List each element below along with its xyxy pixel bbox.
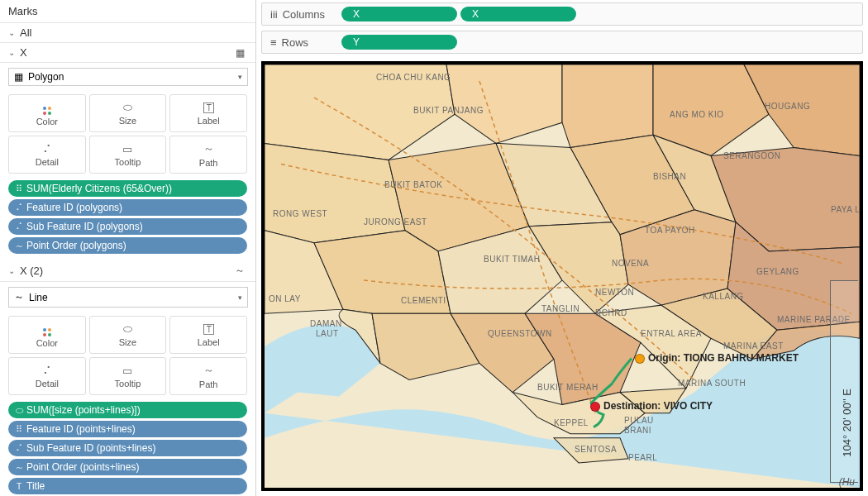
map-credit: (Hu — [839, 476, 855, 488]
chevron-down-icon: ⌄ — [8, 48, 20, 57]
region-label: SENTOSA — [575, 445, 617, 454]
color-card[interactable]: Color — [8, 94, 86, 132]
region-label: BUKIT TIMAH — [484, 255, 540, 264]
pill-glyph-icon: ～ — [12, 240, 26, 252]
region-label: RCHRD — [595, 308, 627, 317]
region-label: BISHAN — [653, 172, 686, 181]
region-label: BRANI — [624, 426, 651, 435]
region-label: PEARL — [628, 453, 657, 462]
destination-label: Destination: VIVO CITY — [603, 400, 713, 412]
path-card[interactable]: ～Path — [169, 136, 247, 174]
destination-marker[interactable] — [590, 402, 600, 412]
field-pill[interactable]: ⬭SUM([size (points+lines)]) — [8, 402, 247, 418]
region-label: MARINA SOUTH — [678, 379, 746, 388]
section-all[interactable]: ⌄ All — [0, 23, 255, 43]
detail-card[interactable]: ⠌Detail — [8, 136, 86, 174]
pill-glyph-icon: ⠌ — [12, 222, 26, 232]
detail-card[interactable]: ⠌Detail — [8, 357, 86, 395]
rows-icon: ≡ — [270, 36, 277, 49]
region-label: HOUGANG — [765, 102, 810, 111]
path-icon: ～ — [203, 141, 214, 156]
shelf-pill[interactable]: X — [460, 7, 576, 21]
region-label: GEYLANG — [756, 267, 799, 276]
marks-panel: Marks ⌄ All ⌄ X ▦ ▦ Polygon ▾ Color ⬭Siz… — [0, 0, 256, 496]
worksheet-area: iiiColumns XX ≡Rows Y — [256, 0, 868, 496]
field-pill[interactable]: ～Point Order (polygons) — [8, 237, 247, 254]
section-x2[interactable]: ⌄ X (2) ～ — [0, 260, 255, 282]
pill-glyph-icon: ⠌ — [12, 443, 26, 454]
line-icon: ～ — [14, 290, 24, 304]
rows-pills: Y — [336, 35, 862, 50]
tooltip-card[interactable]: ▭Tooltip — [89, 357, 167, 395]
polygon-icon: ▦ — [232, 47, 247, 59]
mark-type-select-x2[interactable]: ～ Line ▾ — [8, 287, 248, 308]
pill-text: SUM(Elderly Citizens (65&Over)) — [26, 183, 172, 194]
region-label: SERANGOON — [723, 151, 781, 160]
rows-shelf[interactable]: ≡Rows Y — [261, 31, 863, 54]
region-label: CLEMENTI — [401, 296, 446, 305]
region-label: NOVENA — [612, 259, 649, 268]
pill-text: Feature ID (points+lines) — [26, 423, 136, 435]
pill-glyph-icon: ～ — [12, 461, 26, 474]
size-icon: ⬭ — [123, 322, 132, 336]
section-x[interactable]: ⌄ X ▦ — [0, 43, 255, 63]
chevron-down-icon: ⌄ — [8, 266, 20, 275]
size-card[interactable]: ⬭Size — [89, 316, 167, 354]
shelf-pill[interactable]: X — [341, 7, 457, 21]
field-pill[interactable]: ⠿Feature ID (points+lines) — [8, 421, 247, 437]
field-pill[interactable]: TTitle — [8, 478, 247, 494]
color-icon — [43, 100, 51, 115]
field-pill[interactable]: ～Point Order (points+lines) — [8, 459, 247, 475]
field-pill[interactable]: ⠌Sub Feature ID (points+lines) — [8, 440, 247, 456]
region-label: BUKIT BATOK — [384, 180, 443, 189]
size-card[interactable]: ⬭Size — [89, 94, 167, 132]
color-card[interactable]: Color — [8, 316, 86, 354]
field-pill[interactable]: ⠿SUM(Elderly Citizens (65&Over)) — [8, 180, 247, 197]
chevron-down-icon: ▾ — [238, 293, 242, 302]
detail-icon: ⠌ — [43, 365, 51, 377]
origin-marker[interactable] — [635, 354, 645, 364]
region-label: KEPPEL — [554, 418, 589, 427]
pill-glyph-icon: ⬭ — [12, 405, 26, 416]
region-label: LAUT — [316, 329, 339, 338]
region-label: TOA PAYOH — [645, 226, 695, 235]
shelf-pill[interactable]: Y — [341, 35, 457, 50]
region-label: MARINA EAST — [723, 341, 784, 351]
path-icon: ～ — [203, 363, 214, 378]
pill-text: SUM([size (points+lines)]) — [26, 404, 141, 416]
region-label: BUKIT MERAH — [537, 383, 599, 392]
region-label: TANGLIN — [541, 304, 579, 313]
tooltip-icon: ▭ — [122, 143, 132, 155]
map-viz[interactable]: CHOA CHU KANGBUKIT PANJANGANG MO KIOHOUG… — [261, 61, 863, 491]
pill-glyph-icon: ⠌ — [12, 203, 26, 213]
region-label: PULAU — [624, 416, 654, 425]
label-card[interactable]: 🅃Label — [169, 94, 247, 132]
label-card[interactable]: 🅃Label — [169, 316, 247, 354]
path-card[interactable]: ～Path — [169, 357, 247, 395]
columns-shelf[interactable]: iiiColumns XX — [261, 2, 863, 26]
line-icon: ～ — [232, 264, 247, 278]
region-label: JURONG EAST — [364, 217, 427, 227]
tooltip-icon: ▭ — [122, 365, 132, 377]
region-label: QUEENSTOWN — [488, 329, 552, 338]
pill-text: Sub Feature ID (polygons) — [26, 221, 143, 232]
mark-type-select-x[interactable]: ▦ Polygon ▾ — [8, 68, 248, 86]
coord-label: 104° 20' 00'' E — [841, 389, 853, 457]
pill-list-x: ⠿SUM(Elderly Citizens (65&Over))⠌Feature… — [0, 177, 255, 260]
pill-text: Title — [26, 480, 45, 492]
region-label: NEWTON — [595, 288, 634, 297]
origin-label: Origin: TIONG BAHRU MARKET — [648, 352, 799, 364]
field-pill[interactable]: ⠌Feature ID (polygons) — [8, 199, 247, 216]
tooltip-card[interactable]: ▭Tooltip — [89, 136, 167, 174]
detail-icon: ⠌ — [43, 143, 51, 155]
region-label: ON LAY — [269, 294, 301, 303]
region-label: CHOA CHU KANG — [376, 73, 451, 82]
columns-icon: iii — [270, 8, 278, 21]
pill-glyph-icon: T — [12, 481, 26, 491]
pill-list-x2: ⬭SUM([size (points+lines)])⠿Feature ID (… — [0, 398, 255, 496]
label-icon: 🅃 — [203, 102, 214, 114]
field-pill[interactable]: ⠌Sub Feature ID (polygons) — [8, 218, 247, 235]
polygon-icon: ▦ — [14, 71, 23, 83]
region-label: PAYA LEBAR — [831, 205, 863, 214]
region-label: ANG MO KIO — [670, 110, 724, 119]
